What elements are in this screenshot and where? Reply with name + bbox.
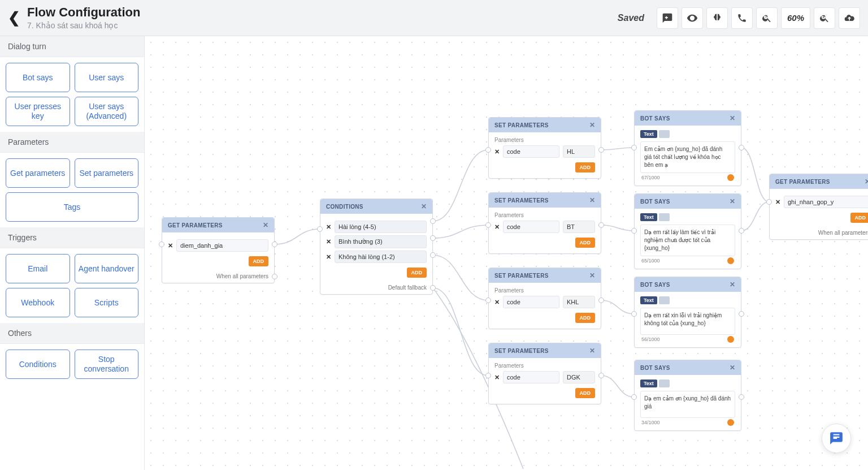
bot-text[interactable]: Em cảm ơn {xung_ho} đã đánh giá tốt chất…: [640, 141, 735, 173]
chat-fab[interactable]: [822, 424, 851, 453]
palette-item[interactable]: User presses key: [6, 97, 70, 126]
palette-item[interactable]: Agent handover: [75, 254, 139, 283]
palette-item[interactable]: Set parameters: [75, 158, 139, 188]
node-title: SET PARAMETERS: [494, 122, 549, 128]
add-message-icon[interactable]: [657, 7, 678, 29]
palette-item[interactable]: User says (Advanced): [75, 97, 139, 126]
palette-item[interactable]: Conditions: [6, 350, 70, 379]
node-get-parameters-2[interactable]: GET PARAMETERS✕ ✕ghi_nhan_gop_y ADD When…: [769, 174, 868, 240]
node-title: BOT SAYS: [640, 365, 670, 371]
palette-item[interactable]: Webhook: [6, 288, 70, 317]
param-value[interactable]: DGK: [563, 371, 595, 383]
remove-row-icon[interactable]: ✕: [494, 148, 500, 156]
pill-off[interactable]: [659, 213, 670, 221]
close-icon[interactable]: ✕: [730, 281, 735, 288]
add-button[interactable]: ADD: [575, 238, 596, 248]
remove-row-icon[interactable]: ✕: [494, 299, 500, 306]
close-icon[interactable]: ✕: [589, 347, 595, 355]
brain-icon[interactable]: [706, 7, 728, 29]
title-block: Flow Configuration 7. Khảo sát sau khoá …: [27, 6, 140, 29]
node-bot-says-3[interactable]: BOT SAYS✕ Text Dạ em rất xin lỗi vì trải…: [634, 277, 741, 348]
node-title: BOT SAYS: [640, 282, 670, 288]
param-key[interactable]: code: [503, 296, 559, 308]
palette-item[interactable]: Stop conversation: [75, 350, 139, 379]
close-icon[interactable]: ✕: [589, 271, 595, 279]
param-value[interactable]: BT: [563, 221, 595, 233]
node-conditions[interactable]: CONDITIONS✕ ✕Hài lòng (4-5) ✕Bình thường…: [320, 199, 433, 295]
view-icon[interactable]: [682, 7, 703, 29]
node-title: GET PARAMETERS: [168, 222, 223, 228]
text-pill[interactable]: Text: [640, 296, 657, 304]
palette-item[interactable]: Get parameters: [6, 158, 70, 188]
close-icon[interactable]: ✕: [589, 196, 595, 204]
canvas[interactable]: GET PARAMETERS✕ ✕diem_danh_gia ADD When …: [145, 36, 868, 470]
text-pill[interactable]: Text: [640, 213, 657, 221]
bot-text[interactable]: Dạ em rất lấy làm tiếc vì trải nghiệm ch…: [640, 225, 735, 256]
warn-icon: [727, 257, 734, 264]
node-set-parameters-2[interactable]: SET PARAMETERS✕ Parameters ✕codeBT ADD: [488, 192, 601, 254]
add-button[interactable]: ADD: [575, 388, 596, 398]
section-header: Parameters: [0, 132, 144, 153]
condition-row[interactable]: Không hài lòng (1-2): [335, 251, 427, 263]
pill-off[interactable]: [659, 380, 670, 387]
node-set-parameters-4[interactable]: SET PARAMETERS✕ Parameters ✕codeDGK ADD: [488, 343, 601, 404]
text-pill[interactable]: Text: [640, 130, 657, 138]
node-bot-says-2[interactable]: BOT SAYS✕ Text Dạ em rất lấy làm tiếc vì…: [634, 193, 741, 269]
node-title: SET PARAMETERS: [494, 273, 549, 279]
palette-item[interactable]: Bot says: [6, 63, 70, 92]
node-set-parameters-3[interactable]: SET PARAMETERS✕ Parameters ✕codeKHL ADD: [488, 268, 601, 329]
palette-item[interactable]: User says: [75, 63, 139, 92]
node-title: BOT SAYS: [640, 115, 670, 122]
close-icon[interactable]: ✕: [263, 221, 268, 229]
condition-row[interactable]: Hài lòng (4-5): [335, 221, 427, 233]
add-button[interactable]: ADD: [575, 313, 596, 323]
param-value[interactable]: KHL: [563, 296, 595, 308]
remove-row-icon[interactable]: ✕: [326, 223, 331, 231]
add-button[interactable]: ADD: [850, 213, 869, 223]
param-key[interactable]: code: [503, 221, 559, 233]
add-button[interactable]: ADD: [407, 268, 427, 278]
node-bot-says-4[interactable]: BOT SAYS✕ Text Dạ em cảm ơn {xung_ho} đã…: [634, 360, 741, 431]
when-all-label: When all parameters: [770, 228, 868, 239]
back-button[interactable]: ❮: [8, 9, 20, 27]
close-icon[interactable]: ✕: [865, 178, 868, 186]
add-button[interactable]: ADD: [575, 162, 596, 173]
remove-row-icon[interactable]: ✕: [494, 223, 500, 231]
close-icon[interactable]: ✕: [730, 114, 735, 122]
param-field[interactable]: ghi_nhan_gop_y: [784, 196, 868, 208]
remove-row-icon[interactable]: ✕: [326, 238, 331, 245]
zoom-in-button[interactable]: [814, 7, 835, 29]
param-field[interactable]: diem_danh_gia: [176, 239, 268, 252]
remove-row-icon[interactable]: ✕: [326, 253, 331, 261]
remove-row-icon[interactable]: ✕: [494, 374, 500, 381]
char-count: 56/1000: [641, 337, 660, 342]
pill-off[interactable]: [659, 296, 670, 304]
text-pill[interactable]: Text: [640, 380, 657, 387]
bot-text[interactable]: Dạ em rất xin lỗi vì trải nghiệm không t…: [640, 308, 735, 335]
parameters-label: Parameters: [494, 137, 595, 143]
parameters-label: Parameters: [494, 287, 595, 294]
phone-icon[interactable]: [731, 7, 753, 29]
condition-row[interactable]: Bình thường (3): [335, 235, 427, 248]
param-key[interactable]: code: [503, 371, 559, 383]
param-value[interactable]: HL: [563, 145, 595, 158]
bot-text[interactable]: Dạ em cảm ơn {xung_ho} đã đánh giá: [640, 391, 735, 418]
export-icon[interactable]: [839, 7, 860, 29]
default-fallback-label: Default fallback: [320, 283, 432, 294]
close-icon[interactable]: ✕: [730, 364, 735, 372]
remove-row-icon[interactable]: ✕: [168, 242, 173, 249]
close-icon[interactable]: ✕: [589, 121, 595, 129]
palette-item[interactable]: Tags: [6, 192, 138, 222]
zoom-out-button[interactable]: [756, 7, 778, 29]
param-key[interactable]: code: [503, 145, 559, 158]
pill-off[interactable]: [659, 130, 670, 138]
node-get-parameters-1[interactable]: GET PARAMETERS✕ ✕diem_danh_gia ADD When …: [162, 217, 275, 283]
add-button[interactable]: ADD: [249, 256, 269, 266]
palette-item[interactable]: Email: [6, 254, 70, 283]
remove-row-icon[interactable]: ✕: [775, 199, 780, 206]
node-bot-says-1[interactable]: BOT SAYS✕ Text Em cảm ơn {xung_ho} đã đá…: [634, 110, 741, 186]
node-set-parameters-1[interactable]: SET PARAMETERS✕ Parameters ✕codeHL ADD: [488, 117, 601, 179]
close-icon[interactable]: ✕: [421, 202, 427, 210]
close-icon[interactable]: ✕: [730, 197, 735, 205]
palette-item[interactable]: Scripts: [75, 288, 139, 317]
